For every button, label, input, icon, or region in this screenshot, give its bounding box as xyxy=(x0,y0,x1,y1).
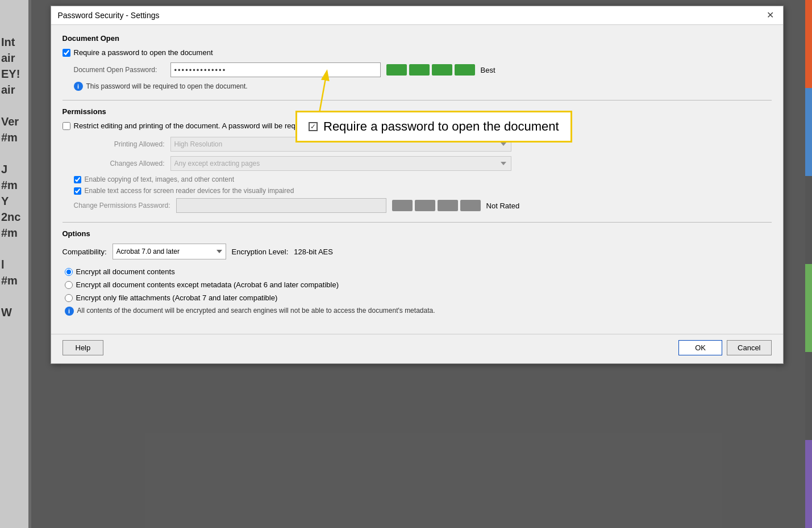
encrypt-all-label: Encrypt all document contents xyxy=(76,267,175,276)
ok-button[interactable]: OK xyxy=(678,340,722,355)
restrict-editing-checkbox[interactable] xyxy=(63,122,70,130)
encryption-level-value: 128-bit AES xyxy=(294,248,333,256)
restrict-editing-label: Restrict editing and printing of the doc… xyxy=(74,121,461,130)
separator-2 xyxy=(63,222,772,223)
encryption-level-label: Encryption Level: xyxy=(232,248,289,256)
perm-strength-label: Not Rated xyxy=(486,202,520,210)
document-open-title: Document Open xyxy=(63,34,772,43)
perm-strength-bar-2 xyxy=(415,200,435,211)
strength-bar-4 xyxy=(455,64,475,76)
encrypt-all-radio[interactable] xyxy=(65,268,73,276)
require-password-checkbox[interactable] xyxy=(63,49,70,57)
close-button[interactable]: ✕ xyxy=(764,11,776,20)
enable-copying-checkbox[interactable] xyxy=(74,176,81,183)
info-text: This password will be required to open t… xyxy=(86,82,248,90)
password-security-dialog: Password Security - Settings ✕ Document … xyxy=(51,6,784,364)
dialog-backdrop: Password Security - Settings ✕ Document … xyxy=(28,0,805,528)
strength-bar-1 xyxy=(386,64,407,76)
compatibility-row: Compatibility: Acrobat 7.0 and later Acr… xyxy=(63,244,772,259)
permissions-section: Permissions Restrict editing and printin… xyxy=(63,107,772,213)
encrypt-except-metadata-label: Encrypt all document contents except met… xyxy=(76,280,339,289)
perm-strength-bar-1 xyxy=(392,200,413,211)
dialog-title: Password Security - Settings xyxy=(58,11,160,20)
options-title: Options xyxy=(63,229,772,238)
dialog-titlebar: Password Security - Settings ✕ xyxy=(51,6,783,25)
printing-allowed-select: High Resolution xyxy=(170,137,511,152)
separator-1 xyxy=(63,100,772,100)
change-permissions-password-row: Change Permissions Password: Not Rated xyxy=(74,198,772,213)
enable-copying-label: Enable copying of text, images, and othe… xyxy=(85,175,235,183)
document-open-section: Document Open Require a password to open… xyxy=(63,34,772,91)
footer-right-buttons: OK Cancel xyxy=(678,340,771,355)
radio-encrypt-except-metadata-row: Encrypt all document contents except met… xyxy=(65,280,772,289)
change-permissions-password-input xyxy=(176,198,386,213)
compatibility-label: Compatibility: xyxy=(63,248,107,256)
printing-allowed-row: Printing Allowed: High Resolution xyxy=(74,137,772,152)
info-icon: i xyxy=(74,82,83,91)
password-field-label: Document Open Password: xyxy=(74,66,165,74)
require-password-row: Require a password to open the document xyxy=(63,48,772,57)
strength-bar-2 xyxy=(409,64,430,76)
enable-copying-row: Enable copying of text, images, and othe… xyxy=(74,175,772,183)
strength-bar-3 xyxy=(432,64,452,76)
compatibility-select[interactable]: Acrobat 7.0 and later Acrobat 5.0 and la… xyxy=(113,244,226,259)
enable-text-access-label: Enable text access for screen reader dev… xyxy=(85,187,294,195)
enable-text-access-checkbox[interactable] xyxy=(74,187,81,195)
cancel-button[interactable]: Cancel xyxy=(727,340,771,355)
background-text: IntairEY!airVer#mJ#mY2nc#ml#mW xyxy=(0,0,31,528)
info-note-icon: i xyxy=(65,307,74,316)
strength-label: Best xyxy=(481,66,495,74)
info-note-text: All contents of the document will be enc… xyxy=(77,307,435,315)
help-button[interactable]: Help xyxy=(63,340,104,355)
permissions-title: Permissions xyxy=(63,107,772,116)
right-strip xyxy=(805,0,812,528)
radio-encrypt-attachments-row: Encrypt only file attachments (Acrobat 7… xyxy=(65,294,772,302)
changes-allowed-row: Changes Allowed: Any except extracting p… xyxy=(74,156,772,171)
perm-strength-bar-3 xyxy=(438,200,458,211)
printing-allowed-label: Printing Allowed: xyxy=(74,140,165,148)
info-row: i This password will be required to open… xyxy=(74,82,772,91)
document-open-password-input[interactable] xyxy=(170,62,381,77)
dialog-footer: Help OK Cancel xyxy=(51,334,783,363)
encrypt-attachments-label: Encrypt only file attachments (Acrobat 7… xyxy=(76,294,278,302)
perm-strength-bars: Not Rated xyxy=(392,200,520,211)
encrypt-except-metadata-radio[interactable] xyxy=(65,281,73,289)
changes-allowed-select: Any except extracting pages xyxy=(170,156,511,171)
strength-bars: Best xyxy=(386,64,495,76)
encrypt-attachments-radio[interactable] xyxy=(65,294,73,302)
restrict-editing-row: Restrict editing and printing of the doc… xyxy=(63,121,772,130)
change-permissions-password-label: Change Permissions Password: xyxy=(74,202,170,209)
password-field-row: Document Open Password: Best xyxy=(74,62,772,77)
dialog-body: Document Open Require a password to open… xyxy=(51,25,783,334)
radio-encrypt-all-row: Encrypt all document contents xyxy=(65,267,772,276)
changes-allowed-label: Changes Allowed: xyxy=(74,160,165,167)
options-section: Options Compatibility: Acrobat 7.0 and l… xyxy=(63,229,772,316)
require-password-label: Require a password to open the document xyxy=(74,48,213,57)
perm-strength-bar-4 xyxy=(460,200,481,211)
info-note: i All contents of the document will be e… xyxy=(65,307,772,316)
enable-text-access-row: Enable text access for screen reader dev… xyxy=(74,187,772,195)
